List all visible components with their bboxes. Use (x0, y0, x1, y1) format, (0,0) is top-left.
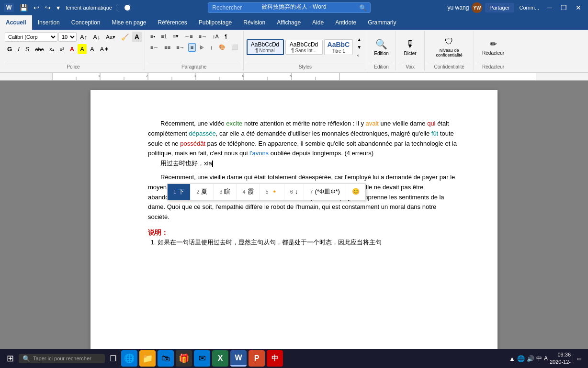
font-family-select[interactable]: Calibri (Corp (5, 32, 57, 42)
font-size-select[interactable]: 10,5 (58, 32, 77, 42)
italic-button[interactable]: I (15, 44, 22, 54)
bold-button[interactable]: G (5, 44, 14, 54)
start-button[interactable]: ⊞ (4, 351, 17, 366)
search-taskbar[interactable]: 🔍 Taper ici pour rechercher (19, 354, 105, 363)
tab-accueil[interactable]: Accueil (0, 15, 32, 30)
font-color-button[interactable]: A (68, 44, 77, 54)
tab-aide[interactable]: Aide (306, 15, 329, 30)
strikethrough-button[interactable]: abc (33, 45, 46, 54)
ac-item-5[interactable]: 5 🔸 (260, 184, 284, 200)
group-styles-label: Styles (247, 63, 364, 69)
gift-app[interactable]: 🎁 (176, 350, 192, 367)
borders-button[interactable]: ⬜ (229, 43, 240, 52)
subscript-button[interactable]: x₂ (47, 45, 57, 54)
more-qa-button[interactable]: ▾ (55, 3, 62, 12)
font-shrink-button[interactable]: A↓ (90, 32, 102, 42)
align-left-button[interactable]: ≡← (148, 43, 161, 52)
align-center-button[interactable]: ≡≡ (162, 43, 173, 52)
columns-button[interactable]: ⫸ (197, 43, 207, 52)
files-app[interactable]: 📁 (139, 350, 156, 367)
sort-button[interactable]: ↕A (210, 32, 221, 41)
chinese-line[interactable]: 用过去时也好，xia (148, 159, 459, 169)
tray-volume-icon[interactable]: 🔊 (527, 355, 534, 362)
tray-up-icon[interactable]: ▲ (509, 355, 515, 362)
multilevel-button[interactable]: ≡▾ (170, 32, 181, 41)
ac-item-1[interactable]: 1 下 (168, 184, 191, 200)
ac-item-8[interactable]: 😊 (346, 184, 365, 200)
mail-app[interactable]: ✉ (194, 350, 210, 367)
ac-item-4[interactable]: 4 霞 (237, 184, 260, 200)
tab-revision[interactable]: Révision (237, 15, 271, 30)
window-minimize-button[interactable]: ─ (544, 3, 555, 12)
excel-app[interactable]: X (212, 350, 228, 367)
show-desktop-button[interactable]: ▭ (573, 354, 584, 363)
font-grow-button[interactable]: A↑ (78, 32, 90, 42)
store-app[interactable]: 🛍 (158, 350, 174, 367)
ac-item-6[interactable]: 6 ↓ (284, 184, 305, 200)
user-avatar[interactable]: YW (472, 2, 482, 13)
ppt-app[interactable]: P (249, 350, 265, 367)
redacteur-button[interactable]: ✏ Rédacteur (479, 36, 508, 58)
partager-button[interactable]: Partager (485, 3, 514, 12)
char-shading-button[interactable]: A (88, 44, 97, 54)
ac-num-3: 3 (219, 188, 222, 196)
group-paragraphe-label: Paragraphe (148, 63, 240, 69)
align-right-button[interactable]: ≡→ (174, 43, 187, 52)
window-restore-button[interactable]: ❐ (558, 3, 570, 12)
dicter-button[interactable]: 🎙 Dicter (401, 36, 420, 58)
tab-conception[interactable]: Conception (66, 15, 106, 30)
save-button[interactable]: 💾 (18, 3, 30, 12)
confidentialite-button[interactable]: 🛡 Niveau de confidentialité (428, 34, 471, 60)
tab-affichage[interactable]: Affichage (271, 15, 306, 30)
style-normal-box[interactable]: AaBbCcDd ¶ Normal (247, 39, 284, 55)
font-style-a-button[interactable]: A (132, 32, 142, 42)
increase-indent-button[interactable]: ≡→ (196, 32, 209, 41)
tab-antidote[interactable]: Antidote (329, 15, 362, 30)
autocomplete-dropdown[interactable]: 1 下 2 夏 3 瞎 4 霞 5 🔸 6 ↓ (167, 184, 366, 200)
numbering-button[interactable]: ≡1 (158, 32, 170, 41)
antivirus-app[interactable]: 中 (267, 350, 283, 367)
tray-chinese-icon[interactable]: 中 (536, 355, 542, 363)
comm-button[interactable]: Comm... (517, 3, 542, 12)
style-titre1-box[interactable]: AaBbC Titre 1 (324, 39, 353, 55)
styles-scroll-up-button[interactable]: ▲ (354, 36, 364, 43)
decrease-indent-button[interactable]: ←≡ (182, 32, 195, 41)
tab-grammarly[interactable]: Grammarly (362, 15, 402, 30)
tray-ime-icon[interactable]: A (544, 355, 548, 362)
tray-network-icon[interactable]: 🌐 (517, 355, 525, 362)
underline-button[interactable]: S (23, 44, 32, 54)
shading-button[interactable]: 🎨 (216, 43, 228, 52)
window-close-button[interactable]: ✕ (573, 3, 584, 12)
edge-app[interactable]: 🌐 (121, 350, 137, 367)
styles-scroll-down-button[interactable]: ▼ (354, 44, 364, 51)
style-sans-int-box[interactable]: AaBbCcDd ¶ Sans int... (285, 40, 323, 55)
autosave-toggle[interactable] (116, 4, 131, 12)
clock-time: 09:36 (550, 351, 571, 358)
edition-button[interactable]: 🔍 Edition (371, 36, 392, 58)
show-formatting-button[interactable]: ¶ (222, 32, 230, 41)
tab-insertion[interactable]: Insertion (32, 15, 66, 30)
document-page[interactable]: Récemment, une vidéo excite notre attent… (90, 90, 498, 349)
task-view-button[interactable]: ❐ (107, 352, 119, 365)
ac-item-2[interactable]: 2 夏 (191, 184, 214, 200)
paragraph-1: Récemment, une vidéo excite notre attent… (148, 119, 459, 159)
align-justify-button[interactable]: ≡ (188, 43, 196, 52)
ac-item-7[interactable]: 7 (*Φ皿Φ*) (304, 184, 346, 200)
tab-references[interactable]: Références (152, 15, 192, 30)
tab-mise-en-page[interactable]: Mise en page (106, 15, 152, 30)
bullets-button[interactable]: ≡• (148, 32, 158, 41)
word-app[interactable]: W (230, 350, 247, 367)
undo-button[interactable]: ↩ (32, 3, 41, 12)
svg-text:5: 5 (290, 74, 292, 78)
tab-publipostage[interactable]: Publipostage (193, 15, 237, 30)
change-case-button[interactable]: Aa▾ (103, 33, 117, 42)
line-spacing-button[interactable]: ↕ (208, 43, 215, 52)
clear-format-button[interactable]: 🧹 (119, 32, 131, 42)
ac-item-3[interactable]: 3 瞎 (214, 184, 237, 200)
redo-button[interactable]: ↪ (43, 3, 53, 12)
styles-more-button[interactable]: ⬦ (354, 51, 364, 58)
clock[interactable]: 09:36 2020-12- (550, 351, 571, 366)
text-effects-button[interactable]: A✦ (98, 44, 112, 54)
highlight-button[interactable]: A (78, 44, 87, 54)
superscript-button[interactable]: x² (57, 45, 67, 54)
